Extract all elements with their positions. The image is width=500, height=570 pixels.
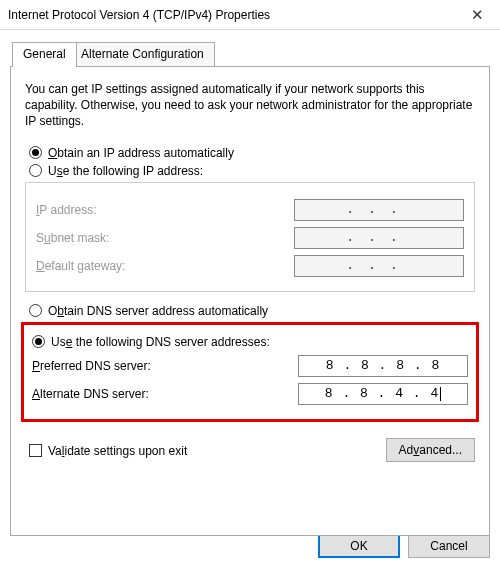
label-alternate-dns: Alternate DNS server: xyxy=(32,387,149,401)
radio-icon xyxy=(29,304,42,317)
cancel-button-label: Cancel xyxy=(430,539,467,553)
window-title: Internet Protocol Version 4 (TCP/IPv4) P… xyxy=(8,8,455,22)
titlebar: Internet Protocol Version 4 (TCP/IPv4) P… xyxy=(0,0,500,30)
radio-icon xyxy=(32,335,45,348)
advanced-button[interactable]: Advanced... xyxy=(386,438,475,462)
input-subnet: ... xyxy=(294,227,464,249)
radio-icon xyxy=(29,164,42,177)
label-gateway: Default gateway: xyxy=(36,259,125,273)
groupbox-ip: IP address: ... Subnet mask: ... Default… xyxy=(25,182,475,292)
radio-dns-auto[interactable]: Obtain DNS server address automatically xyxy=(29,304,475,318)
tab-alternate-label: Alternate Configuration xyxy=(81,47,204,61)
tab-general[interactable]: General xyxy=(12,42,77,67)
cancel-button[interactable]: Cancel xyxy=(408,534,490,558)
tabstrip: General Alternate Configuration xyxy=(10,42,490,66)
radio-dns-auto-label: Obtain DNS server address automatically xyxy=(48,304,268,318)
description-text: You can get IP settings assigned automat… xyxy=(25,81,475,130)
radio-ip-auto[interactable]: Obtain an IP address automatically xyxy=(29,146,475,160)
tabpanel-general: You can get IP settings assigned automat… xyxy=(10,66,490,536)
row-validate-advanced: Validate settings upon exit Advanced... xyxy=(25,430,475,462)
input-alternate-dns[interactable]: 8 . 8 . 4 . 4 xyxy=(298,383,468,405)
checkbox-validate-label: Validate settings upon exit xyxy=(48,444,187,458)
tab-general-label: General xyxy=(23,47,66,61)
checkbox-validate[interactable]: Validate settings upon exit xyxy=(29,444,187,458)
radio-ip-manual-label: Use the following IP address: xyxy=(48,164,203,178)
radio-icon xyxy=(29,146,42,159)
radio-dns-manual[interactable]: Use the following DNS server addresses: xyxy=(32,335,468,349)
text-caret-icon xyxy=(440,387,441,401)
row-alternate-dns: Alternate DNS server: 8 . 8 . 4 . 4 xyxy=(32,383,468,405)
ok-button-label: OK xyxy=(350,539,367,553)
row-ip-address: IP address: ... xyxy=(36,199,464,221)
dialog-body: General Alternate Configuration You can … xyxy=(0,30,500,548)
input-preferred-dns[interactable]: 8 . 8 . 8 . 8 xyxy=(298,355,468,377)
input-gateway: ... xyxy=(294,255,464,277)
radio-ip-manual[interactable]: Use the following IP address: xyxy=(29,164,475,178)
advanced-button-label: Advanced... xyxy=(399,443,462,457)
checkbox-icon xyxy=(29,444,42,457)
label-subnet: Subnet mask: xyxy=(36,231,109,245)
label-ip-address: IP address: xyxy=(36,203,97,217)
dialog-footer: OK Cancel xyxy=(10,534,490,558)
row-subnet: Subnet mask: ... xyxy=(36,227,464,249)
tab-alternate[interactable]: Alternate Configuration xyxy=(70,42,215,66)
highlight-dns-manual: Use the following DNS server addresses: … xyxy=(21,322,479,422)
close-icon: ✕ xyxy=(471,6,484,24)
radio-ip-auto-label: Obtain an IP address automatically xyxy=(48,146,234,160)
label-preferred-dns: Preferred DNS server: xyxy=(32,359,151,373)
close-button[interactable]: ✕ xyxy=(455,0,500,30)
radio-dns-manual-label: Use the following DNS server addresses: xyxy=(51,335,270,349)
ok-button[interactable]: OK xyxy=(318,534,400,558)
row-gateway: Default gateway: ... xyxy=(36,255,464,277)
input-ip-address: ... xyxy=(294,199,464,221)
row-preferred-dns: Preferred DNS server: 8 . 8 . 8 . 8 xyxy=(32,355,468,377)
